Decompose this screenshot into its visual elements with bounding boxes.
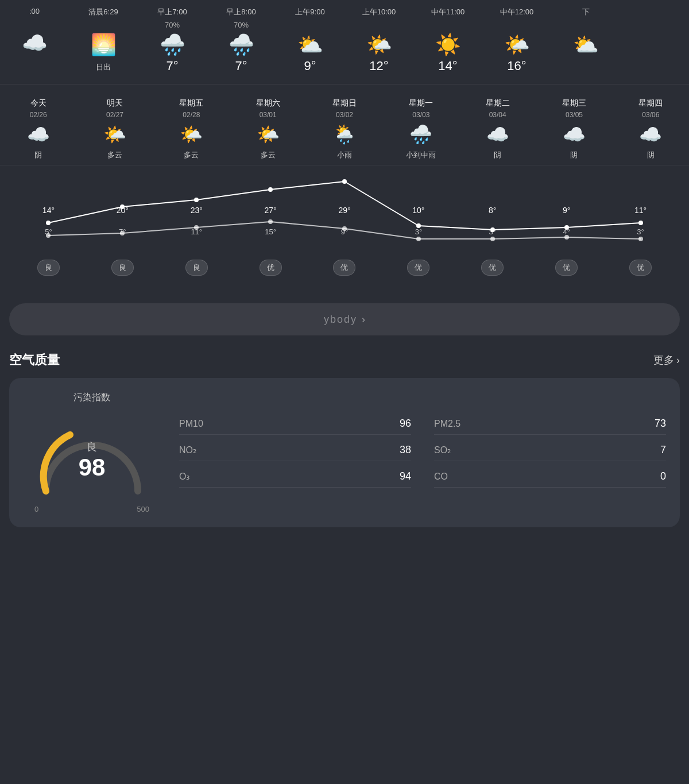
hourly-time: 中午12:00 xyxy=(500,7,534,17)
aqi-pill: 优 xyxy=(629,260,652,276)
daily-desc: 阴 xyxy=(570,150,578,160)
pollutant-item: CO 0 xyxy=(434,470,666,488)
aqi-pill: 优 xyxy=(407,260,429,276)
gauge-center: 良 98 xyxy=(79,440,106,481)
aqi-pill: 优 xyxy=(333,260,355,276)
svg-point-4 xyxy=(342,179,347,184)
svg-point-8 xyxy=(638,221,643,225)
hourly-item: 清晨6:29 🌅 日出 xyxy=(69,0,138,84)
daily-icon: ☁️ xyxy=(27,123,50,145)
daily-col[interactable]: 星期一 03/03 🌧️ 小到中雨 xyxy=(383,94,459,165)
low-temp-1: 7° xyxy=(86,227,160,240)
high-temp-3: 27° xyxy=(234,206,308,215)
hourly-item: 上午10:00 🌤️ 12° xyxy=(344,0,413,84)
daily-day: 星期三 xyxy=(562,98,586,109)
daily-day: 今天 xyxy=(30,98,47,109)
svg-point-12 xyxy=(268,219,273,224)
daily-col[interactable]: 星期六 03/01 🌤️ 多云 xyxy=(230,94,306,165)
daily-section: 今天 02/26 ☁️ 阴 明天 02/27 🌤️ 多云 星期五 02/28 🌤… xyxy=(0,84,689,296)
daily-date: 02/26 xyxy=(30,111,47,119)
svg-point-3 xyxy=(268,187,273,192)
daily-date: 03/02 xyxy=(336,111,353,119)
daily-desc: 小雨 xyxy=(337,150,352,160)
pollutant-grid: PM10 96 PM2.5 73 NO₂ 38 SO₂ 7 O₃ 94 CO 0 xyxy=(179,418,666,488)
hourly-icon: 🌧️ xyxy=(229,34,254,55)
hourly-time: 上午9:00 xyxy=(295,7,324,17)
pollutant-item: SO₂ 7 xyxy=(434,444,666,461)
daily-col[interactable]: 星期日 03/02 🌦️ 小雨 xyxy=(306,94,382,165)
air-quality-section: 空气质量 更多 › 污染指数 良 98 0 xyxy=(0,342,689,527)
aqi-badge: 优 xyxy=(381,260,455,276)
hourly-time: 中午11:00 xyxy=(431,7,465,17)
hourly-temp: 16° xyxy=(507,59,526,74)
aqi-badge: 优 xyxy=(455,260,529,276)
pollutant-name: O₃ xyxy=(179,471,189,482)
daily-icon: 🌤️ xyxy=(103,123,126,145)
low-temp-labels: 5° 7° 11° 15° 9° 3° 3° 4° 3° xyxy=(11,227,678,240)
pollutant-value: 7 xyxy=(660,444,666,456)
daily-col[interactable]: 明天 02/27 🌤️ 多云 xyxy=(76,94,153,165)
daily-col[interactable]: 星期四 03/06 ☁️ 阴 xyxy=(613,94,689,165)
daily-day: 星期二 xyxy=(486,98,510,109)
pollutant-item: O₃ 94 xyxy=(179,470,411,488)
hourly-precip: 70% xyxy=(234,21,249,31)
pollutant-name: SO₂ xyxy=(434,445,451,455)
gauge-container: 污染指数 良 98 0 500 xyxy=(23,392,161,513)
aq-more-button[interactable]: 更多 › xyxy=(653,353,680,367)
low-temp-5: 3° xyxy=(381,227,455,240)
gauge-min-max: 0 500 xyxy=(34,505,149,513)
svg-point-0 xyxy=(46,221,51,225)
daily-desc: 多云 xyxy=(107,150,122,160)
pollutant-value: 96 xyxy=(400,418,411,430)
hourly-temp: 14° xyxy=(438,59,457,74)
daily-grid: 今天 02/26 ☁️ 阴 明天 02/27 🌤️ 多云 星期五 02/28 🌤… xyxy=(0,94,689,165)
hourly-time: 早上8:00 xyxy=(226,7,256,17)
high-temp-1: 20° xyxy=(86,206,160,215)
aqi-pill: 良 xyxy=(185,260,208,276)
daily-date: 03/05 xyxy=(566,111,583,119)
hourly-item: 中午12:00 🌤️ 16° xyxy=(482,0,551,84)
hourly-scroll[interactable]: :00 ☁️ 清晨6:29 🌅 日出 早上7:00 70% 🌧️ 7° 早上8:… xyxy=(0,0,689,84)
hourly-icon: ⛅ xyxy=(297,34,323,55)
high-temp-2: 23° xyxy=(160,206,234,215)
aqi-pill: 优 xyxy=(555,260,578,276)
hourly-time: :00 xyxy=(29,7,40,16)
daily-day: 星期四 xyxy=(638,98,663,109)
aq-header: 空气质量 更多 › xyxy=(9,352,680,369)
hourly-temp: 7° xyxy=(166,59,178,74)
pollutant-value: 38 xyxy=(400,444,411,456)
aqi-pill: 良 xyxy=(37,260,60,276)
pollutant-item: PM2.5 73 xyxy=(434,418,666,435)
daily-col[interactable]: 星期二 03/04 ☁️ 阴 xyxy=(459,94,536,165)
hourly-section: :00 ☁️ 清晨6:29 🌅 日出 早上7:00 70% 🌧️ 7° 早上8:… xyxy=(0,0,689,84)
gauge-max: 500 xyxy=(137,505,149,513)
hourly-item: 早上8:00 70% 🌧️ 7° xyxy=(207,0,276,84)
hourly-icon: ⛅ xyxy=(573,34,599,55)
daily-col[interactable]: 星期五 02/28 🌤️ 多云 xyxy=(153,94,230,165)
aq-card: 污染指数 良 98 0 500 PM10 xyxy=(9,378,680,527)
pollutant-name: CO xyxy=(434,472,448,482)
daily-date: 02/27 xyxy=(106,111,123,119)
gauge-value: 98 xyxy=(79,454,106,481)
aqi-badge: 优 xyxy=(308,260,382,276)
promo-banner[interactable]: ybody › xyxy=(9,303,680,335)
high-temp-5: 10° xyxy=(381,206,455,215)
daily-icon: 🌤️ xyxy=(257,123,280,145)
hourly-temp: 12° xyxy=(369,59,388,74)
hourly-time: 上午10:00 xyxy=(362,7,396,17)
daily-desc: 阴 xyxy=(494,150,501,160)
daily-col[interactable]: 星期三 03/05 ☁️ 阴 xyxy=(536,94,612,165)
gauge-min: 0 xyxy=(34,505,38,513)
aqi-pill: 优 xyxy=(481,260,504,276)
daily-col[interactable]: 今天 02/26 ☁️ 阴 xyxy=(0,94,76,165)
aqi-row: 良良良优优优优优优 xyxy=(0,257,689,283)
high-temp-7: 9° xyxy=(529,206,603,215)
low-temp-2: 11° xyxy=(160,227,234,240)
hourly-time: 早上7:00 xyxy=(157,7,187,17)
hourly-icon: 🌤️ xyxy=(504,34,530,55)
daily-icon: 🌤️ xyxy=(180,123,203,145)
high-temp-labels: 14° 20° 23° 27° 29° 10° 8° 9° 11° xyxy=(11,206,678,215)
low-temp-3: 15° xyxy=(234,227,308,240)
hourly-icon: 🌤️ xyxy=(366,34,392,55)
hourly-precip: 70% xyxy=(165,21,180,31)
